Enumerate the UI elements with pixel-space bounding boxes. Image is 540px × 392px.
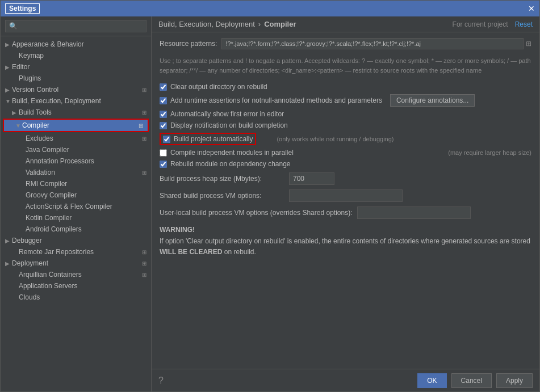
configure-annotations-button[interactable]: Configure annotations...: [390, 94, 475, 107]
sidebar-item-deployment[interactable]: ▶ Deployment ⊞: [1, 258, 151, 269]
search-bar[interactable]: [1, 16, 151, 36]
compile-parallel-label: Compile independent modules in parallel: [170, 149, 294, 157]
window-title: Settings: [5, 3, 40, 14]
sidebar-item-remote-jar[interactable]: Remote Jar Repositories ⊞: [1, 246, 151, 258]
sidebar-item-label: Debugger: [12, 237, 146, 245]
sidebar-item-keymap[interactable]: Keymap: [1, 50, 151, 61]
sidebar-item-label: Appearance & Behavior: [12, 40, 146, 48]
sidebar-item-compiler[interactable]: ▼ Compiler ⊞: [3, 119, 149, 132]
checkbox-build-automatically: Build project automatically (only works …: [160, 133, 531, 145]
warning-section: WARNING! If option 'Clear output directo…: [160, 226, 531, 262]
arrow-icon: ▶: [5, 260, 12, 267]
sidebar-item-label: Deployment: [12, 259, 141, 267]
sidebar-item-label: Validation: [26, 168, 141, 176]
ok-button[interactable]: OK: [417, 373, 446, 388]
sidebar-item-android-compilers[interactable]: Android Compilers: [1, 224, 151, 235]
sidebar-item-excludes[interactable]: Excludes ⊞: [1, 133, 151, 144]
sidebar-item-annotation-processors[interactable]: Annotation Processors: [1, 155, 151, 167]
user-local-vm-input[interactable]: [357, 206, 471, 219]
sidebar-item-build-execution[interactable]: ▼ Build, Execution, Deployment: [1, 95, 151, 107]
resource-patterns-value: ⊞: [221, 38, 531, 49]
display-notification-checkbox[interactable]: [160, 122, 167, 129]
reset-link[interactable]: Reset: [515, 20, 533, 28]
resource-patterns-label: Resource patterns:: [160, 38, 217, 48]
build-automatically-checkbox[interactable]: [163, 136, 170, 143]
arrow-icon: ▶: [12, 109, 19, 116]
sidebar-item-label: Keymap: [19, 52, 146, 60]
rebuild-dependency-checkbox[interactable]: [160, 161, 167, 168]
resource-patterns-input[interactable]: [221, 38, 524, 49]
sidebar-tree: ▶ Appearance & Behavior Keymap ▶ Editor …: [1, 36, 151, 391]
expand-icon[interactable]: ⊞: [526, 40, 531, 48]
cancel-button[interactable]: Cancel: [451, 373, 492, 388]
external-icon: ⊞: [142, 87, 146, 93]
footer: ? OK Cancel Apply: [152, 369, 539, 391]
sidebar-item-editor[interactable]: ▶ Editor: [1, 61, 151, 73]
checkbox-clear-output: Clear output directory on rebuild: [160, 83, 531, 91]
sidebar-item-version-control[interactable]: ▶ Version Control ⊞: [1, 84, 151, 95]
sidebar-item-plugins[interactable]: Plugins: [1, 73, 151, 84]
sidebar-item-groovy-compiler[interactable]: Groovy Compiler: [1, 189, 151, 201]
sidebar-item-label: Excludes: [26, 134, 141, 142]
shared-vm-label: Shared build process VM options:: [160, 192, 284, 200]
sidebar-item-actionscript-compiler[interactable]: ActionScript & Flex Compiler: [1, 201, 151, 212]
build-automatically-label: Build project automatically: [174, 135, 253, 143]
heap-size-input[interactable]: [289, 172, 334, 185]
search-input[interactable]: [5, 20, 146, 32]
breadcrumb: Build, Execution, Deployment › Compiler: [158, 20, 296, 28]
breadcrumb-current: Compiler: [264, 20, 296, 28]
sidebar-item-clouds[interactable]: Clouds: [1, 292, 151, 303]
external-icon: ⊞: [142, 170, 146, 176]
sidebar-item-label: Java Compiler: [26, 146, 146, 154]
warning-text: If option 'Clear output directory on reb…: [160, 236, 531, 258]
sidebar-item-label: Build Tools: [19, 108, 141, 116]
sidebar-item-label: Groovy Compiler: [26, 191, 146, 199]
checkbox-show-first-error: Automatically show first error in editor: [160, 110, 531, 118]
shared-vm-input[interactable]: [289, 189, 403, 202]
arrow-icon: ▼: [15, 123, 22, 129]
header-right: For current project Reset: [453, 20, 533, 28]
sidebar-item-app-servers[interactable]: Application Servers: [1, 280, 151, 292]
sidebar-item-rmi-compiler[interactable]: RMI Compiler: [1, 178, 151, 189]
sidebar: ▶ Appearance & Behavior Keymap ▶ Editor …: [1, 16, 152, 391]
arrow-icon: ▶: [5, 64, 12, 70]
arrow-icon: ▶: [5, 41, 12, 48]
clear-output-label: Clear output directory on rebuild: [170, 83, 267, 91]
sidebar-item-label: Editor: [12, 63, 146, 71]
runtime-assertions-label: Add runtime assertions for notnull-annot…: [170, 96, 382, 104]
sidebar-item-label: Android Compilers: [26, 225, 146, 233]
settings-window: Settings ✕ ▶ Appearance & Behavior Keyma…: [0, 0, 540, 392]
compile-parallel-checkbox[interactable]: [160, 149, 167, 157]
sidebar-item-debugger[interactable]: ▶ Debugger: [1, 235, 151, 246]
sidebar-item-label: Build, Execution, Deployment: [12, 97, 146, 105]
sidebar-item-build-tools[interactable]: ▶ Build Tools ⊞: [1, 107, 151, 118]
show-first-error-label: Automatically show first error in editor: [170, 110, 284, 118]
sidebar-item-label: Plugins: [19, 74, 146, 82]
rebuild-dependency-label: Rebuild module on dependency change: [170, 160, 291, 168]
display-notification-label: Display notification on build completion: [170, 121, 288, 129]
external-icon: ⊞: [142, 249, 146, 255]
sidebar-item-kotlin-compiler[interactable]: Kotlin Compiler: [1, 212, 151, 224]
arrow-icon: ▶: [5, 238, 12, 244]
warning-text-end: on rebuild.: [224, 248, 256, 256]
checkbox-display-notification: Display notification on build completion: [160, 121, 531, 129]
external-icon: ⊞: [142, 136, 146, 142]
sidebar-item-java-compiler[interactable]: Java Compiler: [1, 144, 151, 155]
runtime-assertions-checkbox[interactable]: [160, 97, 167, 104]
compile-parallel-note: (may require larger heap size): [448, 149, 531, 156]
help-button[interactable]: ?: [158, 376, 164, 386]
checkbox-compile-parallel: Compile independent modules in parallel …: [160, 149, 531, 157]
breadcrumb-parent: Build, Execution, Deployment: [158, 20, 255, 28]
sidebar-item-appearance[interactable]: ▶ Appearance & Behavior: [1, 39, 151, 50]
sidebar-item-validation[interactable]: Validation ⊞: [1, 167, 151, 178]
arrow-icon: ▼: [5, 98, 12, 104]
show-first-error-checkbox[interactable]: [160, 111, 167, 118]
sidebar-item-arquillian[interactable]: Arquillian Containers ⊞: [1, 269, 151, 280]
sidebar-item-label: Kotlin Compiler: [26, 214, 146, 222]
resource-patterns-row: Resource patterns: ⊞: [160, 38, 531, 49]
sidebar-item-label: Clouds: [19, 293, 146, 301]
apply-button[interactable]: Apply: [496, 373, 533, 388]
close-button[interactable]: ✕: [528, 4, 535, 13]
clear-output-checkbox[interactable]: [160, 83, 167, 91]
sidebar-item-label: Annotation Processors: [26, 157, 146, 165]
